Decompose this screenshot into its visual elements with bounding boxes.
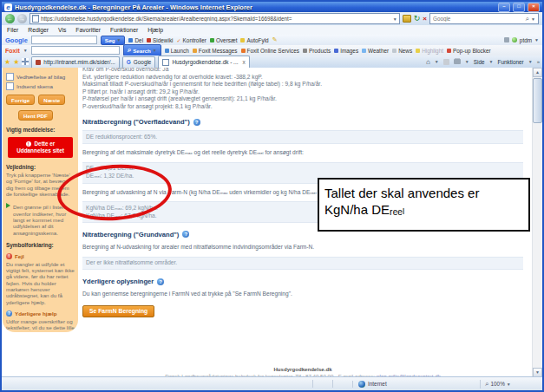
- section-nitrat-overfladevand: Nitratberegning ("Overfladevand") ?: [82, 118, 523, 126]
- foxit-launch-item[interactable]: Launch: [165, 48, 189, 54]
- zoom-dropdown-icon[interactable]: ▼: [507, 382, 511, 387]
- print-dropdown-icon[interactable]: ▼: [465, 59, 469, 64]
- foxit-highlight-item[interactable]: Highlight: [416, 48, 443, 54]
- tab-intranet[interactable]: http://intranet.mim.dk/sider/...: [31, 56, 119, 68]
- menu-funktioner[interactable]: Funktioner: [110, 27, 138, 33]
- tab-close-icon[interactable]: x: [242, 59, 245, 65]
- popup-blocker-icon: [447, 49, 451, 53]
- sidebar-item-indsend[interactable]: Indsend skema: [6, 82, 75, 90]
- question-icon: ?: [6, 310, 12, 317]
- help-legend-heading: ? Yderligere hjælp: [6, 310, 75, 317]
- minimize-button[interactable]: –: [498, 3, 510, 12]
- tab-husdyrgodkendelse-active[interactable]: Husdyrgodkendelse.dk - ... x: [158, 56, 249, 68]
- browser-search-field[interactable]: ⌕ ▼: [429, 13, 539, 24]
- google-del-item[interactable]: Del: [128, 37, 143, 43]
- tools-menu-dropdown-icon[interactable]: ▼: [528, 59, 533, 64]
- paragraph-dyretryk: Beregning af det maksimale dyretryk DEₘₐ…: [82, 149, 523, 157]
- foxit-products-item[interactable]: Products: [303, 48, 331, 54]
- p-line-1: Evt. yderligere reduktion nødvendig for …: [82, 74, 523, 82]
- zoom-level: 100%: [490, 381, 504, 387]
- foxit-search-input[interactable]: [31, 46, 120, 55]
- error-legend-heading: ! Fejl: [6, 253, 75, 259]
- previous-button[interactable]: Forrige: [6, 95, 35, 105]
- add-favorite-icon[interactable]: ★: [13, 58, 19, 66]
- google-autofyld-item[interactable]: AutoFyld: [240, 37, 268, 43]
- highlight-icon: [416, 49, 420, 53]
- foxit-messages-item[interactable]: Foxit Messages: [193, 48, 238, 54]
- search-icon[interactable]: ⌕: [526, 15, 529, 23]
- scroll-up-icon[interactable]: ▲: [533, 68, 542, 77]
- maximize-button[interactable]: □: [513, 3, 525, 12]
- close-button[interactable]: ×: [528, 3, 540, 12]
- menu-filer[interactable]: Filer: [7, 27, 18, 33]
- phosphorus-lines: Krav om P-overskud overholdt: Ja Evt. yd…: [82, 68, 523, 110]
- help-icon[interactable]: ?: [193, 119, 200, 126]
- settings-wrench-icon[interactable]: [504, 37, 509, 42]
- scrollbar-thumb[interactable]: [533, 78, 542, 123]
- address-bar: ← → ▼ ↻ × ⌕ ▼: [2, 12, 542, 26]
- no-nitrate-band: Der er ikke nitratfølsomme områder.: [82, 257, 523, 271]
- address-dropdown-icon[interactable]: ▼: [393, 16, 397, 22]
- google-sidewiki-item[interactable]: Sidewiki: [147, 37, 173, 43]
- print-icon[interactable]: [454, 59, 461, 64]
- account-name[interactable]: ptdm: [520, 37, 532, 43]
- attachment-icon: [6, 73, 14, 81]
- stop-button[interactable]: ×: [423, 14, 427, 23]
- toolbar-overflow-icon[interactable]: »: [537, 59, 540, 64]
- internet-globe-icon: [358, 381, 365, 388]
- address-input[interactable]: [41, 16, 391, 22]
- notice-title: Vigtig meddelelse:: [6, 127, 75, 133]
- green-arrow-icon: [6, 203, 10, 208]
- content-scrollbar[interactable]: ▲ ▼: [532, 68, 542, 377]
- help-icon[interactable]: ?: [182, 231, 189, 238]
- online-services-icon: [241, 49, 246, 53]
- google-search-input[interactable]: [31, 36, 97, 44]
- google-search-button[interactable]: Søg ▼: [101, 36, 126, 45]
- foxit-popup-blocker-item[interactable]: Pop-up Blocker: [447, 48, 491, 54]
- refresh-button[interactable]: ↻: [414, 14, 421, 23]
- foxit-images-item[interactable]: Images: [334, 48, 358, 54]
- translate-icon: [210, 38, 214, 42]
- page-menu-dropdown-icon[interactable]: ▼: [489, 59, 494, 64]
- error-legend-text: Du mangler at udfylde et vigtigt felt, s…: [6, 261, 75, 305]
- home-dropdown-icon[interactable]: ▼: [435, 59, 439, 64]
- google-search-label: Søg: [105, 37, 115, 43]
- address-field[interactable]: ▼: [29, 13, 400, 24]
- menu-rediger[interactable]: Rediger: [28, 27, 49, 33]
- help-icon[interactable]: ?: [157, 278, 164, 285]
- tools-menu[interactable]: Funktioner: [498, 59, 524, 65]
- home-icon[interactable]: ⌂: [426, 58, 430, 66]
- foxit-news-item[interactable]: News: [392, 48, 412, 54]
- feeds-icon[interactable]: [443, 59, 449, 65]
- tab-bar: ★ ★ http://intranet.mim.dk/sider/... G G…: [2, 56, 542, 69]
- guide-title: Vejledning:: [6, 164, 75, 170]
- search-dropdown-icon[interactable]: ▼: [531, 16, 535, 22]
- menu-vis[interactable]: Vis: [58, 27, 66, 33]
- quick-tabs-icon[interactable]: [22, 58, 29, 65]
- google-logo: Google: [5, 36, 28, 44]
- menu-hjaelp[interactable]: Hjælp: [147, 27, 163, 33]
- favorites-star-icon[interactable]: ★: [4, 58, 10, 66]
- foxit-logo-dropdown-icon[interactable]: ▼: [23, 48, 28, 53]
- browser-search-input[interactable]: [433, 16, 524, 22]
- menu-favoritter[interactable]: Favoritter: [75, 27, 101, 33]
- foxit-search-button[interactable]: ⌕ Search ▼: [123, 44, 161, 56]
- back-button[interactable]: ←: [5, 14, 15, 23]
- download-pdf-button[interactable]: Hent PDF: [18, 110, 53, 121]
- zoom-icon: ⌕: [485, 380, 488, 389]
- zoom-control[interactable]: ⌕ 100% ▼: [480, 380, 539, 389]
- foxit-logo[interactable]: Foxit: [5, 48, 20, 54]
- pen-icon[interactable]: ✎: [272, 36, 278, 43]
- foxit-weather-item[interactable]: Weather: [362, 48, 389, 54]
- forward-button[interactable]: →: [17, 14, 27, 23]
- page-menu[interactable]: Side: [474, 59, 485, 65]
- account-dropdown-icon[interactable]: ▼: [534, 37, 539, 42]
- sidebar-item-vedhaeftelse[interactable]: Vedhæftelse af bilag: [6, 73, 75, 81]
- google-kontroller-item[interactable]: ✓ Kontroller: [177, 37, 206, 43]
- tab-google[interactable]: G Google: [122, 56, 156, 68]
- google-oversaet-item[interactable]: Oversæt: [210, 37, 238, 43]
- foxit-online-item[interactable]: Foxit Online Services: [241, 48, 299, 54]
- products-icon: [303, 49, 307, 53]
- se-farmn-beregning-button[interactable]: Se FarmN Beregning: [82, 305, 154, 317]
- next-button[interactable]: Næste: [38, 95, 65, 105]
